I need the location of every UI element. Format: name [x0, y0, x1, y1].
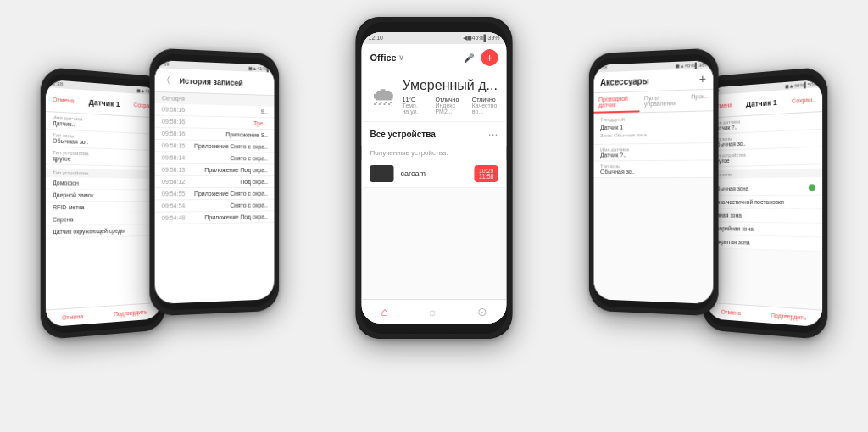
add-button[interactable]: + [481, 49, 498, 66]
phone-2: 9:59 ◼▲41%▌ 〈 История записей Сегодня 09… [149, 47, 279, 316]
weather-area: 🌧 Умеренный д... 11°C Темп. на ул. Отлич… [362, 71, 507, 122]
weather-air: Отлично Индекс PM2... [435, 97, 461, 114]
device-type-list: Домофон Дверной замок RFID-метка Сирена … [46, 177, 161, 239]
tab-other[interactable]: Прок.. [686, 90, 713, 111]
zone-type-section: Тип зоны [707, 168, 822, 179]
phone-3-header: Office ∨ 🎤 + [362, 44, 507, 71]
phone-1-bottom-cancel[interactable]: Отмена [55, 311, 90, 323]
phone-5: 2:38 ◼▲46%▌50% Отмена Датчик 1 Сохран.. … [703, 67, 828, 341]
phone-3: 12:10 ◀◼46%▌39% Office ∨ 🎤 + 🌧 Умеренный… [356, 17, 513, 339]
device-row-carcam[interactable]: carcam 10:29 11:58 [362, 160, 507, 188]
weather-temp: 11°C Темп. на ул. [403, 97, 426, 114]
sensor-info: Тип другой Датчик 1 Зона: Обычная зона [594, 111, 714, 145]
phone-4: 2:38 ◼▲46%▌38% Аксессуары + Проводной да… [589, 47, 719, 316]
phones-container: 12:38 ◼▲41%▌ Отмена Датчик 1 Сохран.. Им… [10, 8, 858, 424]
devices-title: Все устройства [370, 130, 436, 139]
phone-1: 12:38 ◼▲41%▌ Отмена Датчик 1 Сохран.. Им… [41, 67, 166, 341]
add-accessory-btn[interactable]: + [699, 72, 706, 86]
nav-sun-icon[interactable]: ☼ [427, 305, 438, 318]
phone-1-time: 12:38 [50, 80, 63, 87]
phone-2-content: Сегодня 09:58:16 S.. 09:58:16 Тре... 09:… [155, 92, 275, 304]
zone-list: Обычная зона Зона частичной постановки У… [707, 180, 822, 252]
phone-3-screen: 12:10 ◀◼46%▌39% Office ∨ 🎤 + 🌧 Умеренный… [362, 32, 507, 324]
more-icon[interactable]: ··· [488, 127, 498, 141]
phone-1-screen: 12:38 ◼▲41%▌ Отмена Датчик 1 Сохран.. Им… [46, 80, 161, 328]
phone-3-time: 12:10 [369, 35, 384, 42]
dropdown-arrow: ∨ [398, 53, 404, 62]
phone-5-content: Имя датчика Датчик ?.. Тип зоны Обычная … [707, 112, 822, 327]
zone-normal[interactable]: Обычная зона [707, 180, 822, 196]
phone-3-bottom-nav: ⌂ ☼ ⊙ [362, 299, 507, 324]
phone-4-time: 2:38 [598, 65, 607, 71]
phone-2-screen: 9:59 ◼▲41%▌ 〈 История записей Сегодня 09… [155, 60, 275, 304]
phone-5-save[interactable]: Сохран.. [792, 97, 815, 104]
history-item-3: 09:58:15 Приложение Снято с охра.. [155, 140, 275, 153]
device-name: carcam [401, 169, 475, 178]
zone-smart[interactable]: Умная зона [707, 209, 822, 224]
sensor-row-type-5: Тип устройства другое [707, 147, 822, 168]
phone-2-title: История записей [170, 76, 252, 87]
office-title[interactable]: Office ∨ [370, 53, 404, 63]
phone-2-time: 9:59 [159, 61, 170, 68]
devices-section-header: Все устройства ··· [362, 122, 507, 146]
history-item-8: 09:54:54 Снято с охра.. [155, 200, 275, 213]
history-item-6: 09:58:12 Под охра.. [155, 176, 275, 188]
received-label: Полученные устройства: [362, 146, 507, 160]
phone-5-bottom-confirm[interactable]: Подтвердить [765, 310, 813, 323]
nav-user-icon[interactable]: ⊙ [477, 305, 487, 318]
device-type-rfid[interactable]: RFID-метка [46, 202, 161, 214]
history-item-9: 09:54:48 Приложение Под охра.. [155, 211, 275, 224]
nav-home-icon[interactable]: ⌂ [381, 305, 387, 318]
phone-2-back[interactable]: 〈 [162, 74, 170, 86]
phone-2-icons: ◼▲41%▌ [248, 65, 270, 72]
phone-4-screen: 2:38 ◼▲46%▌38% Аксессуары + Проводной да… [594, 60, 714, 304]
sensor-row-type: Тип устройства другое [46, 147, 161, 168]
history-item-7: 09:54:55 Приложение Снято с охра.. [155, 188, 275, 201]
phone-1-bottom-confirm[interactable]: Подтвердить [108, 307, 153, 319]
phone-5-screen: 2:38 ◼▲46%▌50% Отмена Датчик 1 Сохран.. … [707, 80, 822, 328]
sensor-row-zone-4: Тип зоны Обычная зо.. [594, 160, 714, 178]
weather-air2: Отлично Качество во... [472, 97, 498, 114]
zone-active-indicator [809, 184, 815, 191]
phone-4-content: Тип другой Датчик 1 Зона: Обычная зона И… [594, 111, 714, 304]
tab-remote[interactable]: Пульт управления [639, 91, 686, 113]
history-item-4: 09:58:14 Снято с охра.. [155, 152, 275, 164]
zone-partial[interactable]: Зона частичной постановки [707, 196, 822, 210]
weather-icon: 🌧 [370, 82, 396, 111]
history-item-5: 09:58:13 Приложение Под охра.. [155, 164, 275, 177]
device-type-domofon[interactable]: Домофон [46, 177, 161, 191]
sensor-row-name-4: Имя датчика Датчик ?.. [594, 143, 714, 161]
accessories-title: Аксессуары [600, 76, 649, 87]
phone-1-cancel[interactable]: Отмена [53, 97, 74, 104]
mic-button[interactable]: 🎤 [461, 50, 476, 65]
phone-3-icons: ◀◼46%▌39% [463, 35, 500, 42]
phone-1-title: Датчик 1 [74, 97, 133, 109]
device-type-door[interactable]: Дверной замок [46, 189, 161, 202]
phone-3-status: 12:10 ◀◼46%▌39% [362, 32, 507, 44]
device-alarm-badge: 10:29 11:58 [475, 165, 498, 182]
device-thumbnail [370, 165, 394, 182]
weather-description: Умеренный д... [403, 78, 498, 93]
phone-2-appbar: 〈 История записей [155, 68, 275, 96]
phone-1-content: Имя датчика Датчик.. Тип зоны Обычная зо… [46, 112, 161, 327]
phone-4-tabs: Проводной датчик Пульт управления Прок.. [594, 90, 714, 114]
tab-wired-sensor[interactable]: Проводной датчик [594, 91, 640, 113]
phone-5-title: Датчик 1 [732, 97, 792, 109]
phone-5-bottom-cancel[interactable]: Отмена [715, 307, 748, 318]
